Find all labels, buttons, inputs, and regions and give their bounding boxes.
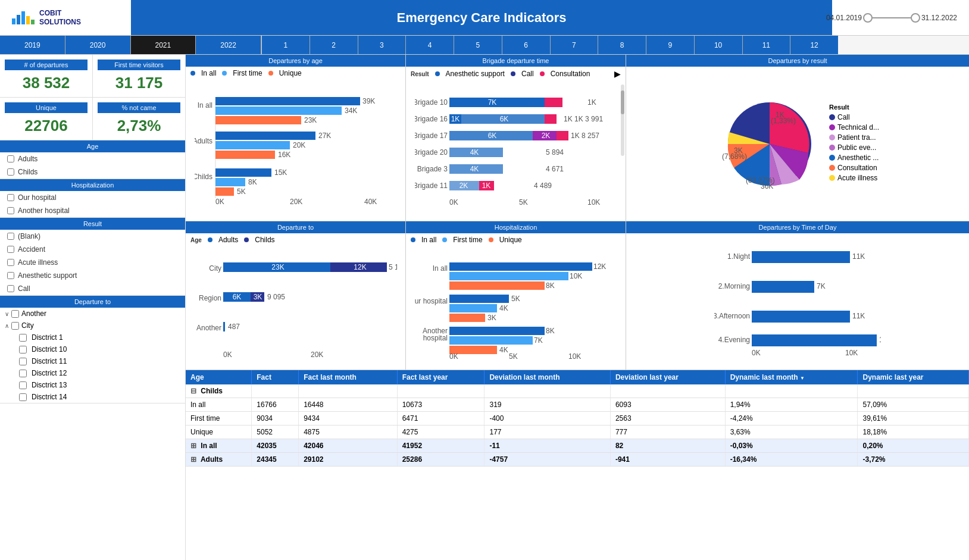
svg-text:20K: 20K (293, 141, 305, 149)
toggle-city[interactable]: ∧ (5, 323, 9, 329)
month-tab-8[interactable]: 8 (598, 36, 646, 54)
svg-text:10K: 10K (570, 272, 582, 280)
chart-hosp-legend: In all First time Unique (406, 233, 626, 246)
svg-text:5K: 5K (237, 187, 246, 196)
chart-time-body: 1.Night 2.Morning 3.Afternoon 4.Evening … (626, 233, 969, 370)
svg-text:Brigade 3: Brigade 3 (417, 165, 448, 173)
svg-text:2K: 2K (541, 132, 550, 140)
date-slider[interactable] (868, 17, 915, 18)
month-tab-9[interactable]: 9 (646, 36, 695, 54)
checkbox-our-hospital[interactable] (7, 194, 14, 201)
checkbox-another-hospital[interactable] (7, 207, 14, 214)
checkbox-acute[interactable] (7, 259, 14, 266)
month-tab-10[interactable]: 10 (695, 36, 743, 54)
svg-text:16K: 16K (278, 151, 290, 159)
svg-text:4K: 4K (499, 346, 508, 354)
filter-district-13[interactable]: Disctrict 13 (14, 379, 185, 391)
checkbox-accident[interactable] (7, 246, 14, 253)
month-tab-2[interactable]: 2 (310, 36, 358, 54)
year-tab-2021[interactable]: 2021 (131, 36, 196, 54)
svg-text:1K: 1K (451, 115, 460, 123)
svg-text:4K: 4K (470, 165, 479, 173)
filter-district-14[interactable]: Disctrict 14 (14, 391, 185, 403)
svg-text:7K: 7K (817, 282, 826, 290)
year-tab-2020[interactable]: 2020 (65, 36, 131, 54)
checkbox-anesthetic[interactable] (7, 272, 14, 279)
sidebar: # of departures 38 532 First time visito… (0, 55, 186, 560)
svg-rect-114 (752, 251, 850, 263)
filter-result-blank[interactable]: (Blank) (0, 230, 185, 243)
filter-district-11[interactable]: Disctrict 11 (14, 355, 185, 367)
filter-age-adults[interactable]: Adults (0, 152, 185, 165)
logo-icon (12, 11, 35, 24)
svg-text:27K: 27K (318, 132, 331, 140)
svg-text:8K: 8K (546, 327, 555, 335)
year-tab-2022[interactable]: 2022 (196, 36, 261, 54)
svg-text:0K: 0K (449, 352, 458, 361)
svg-text:23K: 23K (271, 263, 284, 271)
filter-result-acute[interactable]: Acute illness (0, 256, 185, 269)
brigade-scrollbar[interactable] (621, 85, 624, 156)
month-tab-11[interactable]: 11 (743, 36, 791, 54)
checkbox-blank[interactable] (7, 233, 14, 240)
chart-departure-legend: Age Adults Childs (186, 233, 405, 246)
checkbox-call[interactable] (7, 285, 14, 292)
checkbox-childs[interactable] (7, 168, 14, 176)
svg-rect-8 (215, 116, 301, 124)
svg-text:(83,27%): (83,27%) (746, 176, 775, 184)
kpi-unique-label: Unique (5, 102, 87, 113)
filter-age-header: Age (0, 140, 185, 152)
kpi-first-time-label: First time visitors (98, 60, 180, 70)
svg-text:5K: 5K (511, 295, 520, 303)
month-tab-3[interactable]: 3 (358, 36, 407, 54)
data-table: Age Fact Fact last month Fact last year … (186, 370, 969, 467)
filter-departure-city[interactable]: ∧ City (0, 320, 185, 331)
filter-age-childs[interactable]: Childs (0, 165, 185, 179)
chart-departure-to: Departure to Age Adults Childs City Regi… (186, 221, 406, 370)
filter-result-anesthetic[interactable]: Anesthetic support (0, 269, 185, 282)
expand-adults[interactable]: ⊞ (190, 455, 196, 464)
month-tab-12[interactable]: 12 (790, 36, 838, 54)
svg-text:11K: 11K (852, 252, 865, 261)
month-tab-6[interactable]: 6 (502, 36, 551, 54)
checkbox-adults[interactable] (7, 155, 14, 162)
month-tab-1[interactable]: 1 (262, 36, 310, 54)
expand-inall[interactable]: ⊞ (190, 442, 196, 450)
legend-dot-inall (190, 71, 195, 76)
year-tab-2019[interactable]: 2019 (0, 36, 65, 54)
date-end: 31.12.2022 (921, 14, 957, 22)
svg-text:12K: 12K (354, 263, 366, 271)
legend-brigade-anesthetic (435, 71, 440, 76)
hospitalization-svg: In all Our hospital Another hospital 12K… (415, 253, 617, 363)
filter-district-1[interactable]: Disctrict 1 (14, 331, 185, 343)
kpi-unique: Unique 22706 (0, 98, 93, 140)
filter-hospitalization: Hospitalization Our hospital Another hos… (0, 179, 185, 218)
svg-text:City: City (209, 264, 221, 273)
svg-rect-31 (449, 98, 545, 107)
brigade-scrollbar-thumb[interactable] (621, 90, 624, 114)
month-tab-5[interactable]: 5 (454, 36, 502, 54)
checkbox-city[interactable] (11, 322, 19, 330)
data-table-section: Age Fact Fact last month Fact last year … (186, 370, 969, 560)
svg-text:Region: Region (198, 294, 221, 302)
month-tab-7[interactable]: 7 (551, 36, 599, 54)
filter-district-12[interactable]: Disctrict 12 (14, 367, 185, 379)
svg-text:5 134: 5 134 (389, 263, 397, 271)
filter-result-accident[interactable]: Accident (0, 243, 185, 256)
svg-text:2.Morning: 2.Morning (718, 282, 750, 290)
filter-our-hospital[interactable]: Our hospital (0, 191, 185, 204)
toggle-another[interactable]: ∨ (5, 311, 9, 317)
month-tab-4[interactable]: 4 (406, 36, 454, 54)
col-dyn-last-year: Dynamic last year (858, 370, 969, 384)
checkbox-another[interactable] (11, 310, 19, 318)
filter-departure-another[interactable]: ∨ Another (0, 308, 185, 320)
brigade-expand-icon[interactable]: ▶ (614, 69, 621, 79)
chart-brigade-body: Brigade 10 Brigade 16 Brigade 17 Brigade… (406, 81, 626, 221)
filter-another-hospital[interactable]: Another hospital (0, 204, 185, 217)
filter-district-10[interactable]: Disctrict 10 (14, 343, 185, 355)
filter-result-call[interactable]: Call (0, 282, 185, 295)
pie-legend-patient: Patient tra... (829, 133, 879, 142)
filter-departure: Departure to ∨ Another ∧ City Disctrict … (0, 296, 185, 403)
expand-childs[interactable]: ⊟ (190, 387, 196, 395)
kpi-first-time-value: 31 175 (98, 74, 180, 92)
